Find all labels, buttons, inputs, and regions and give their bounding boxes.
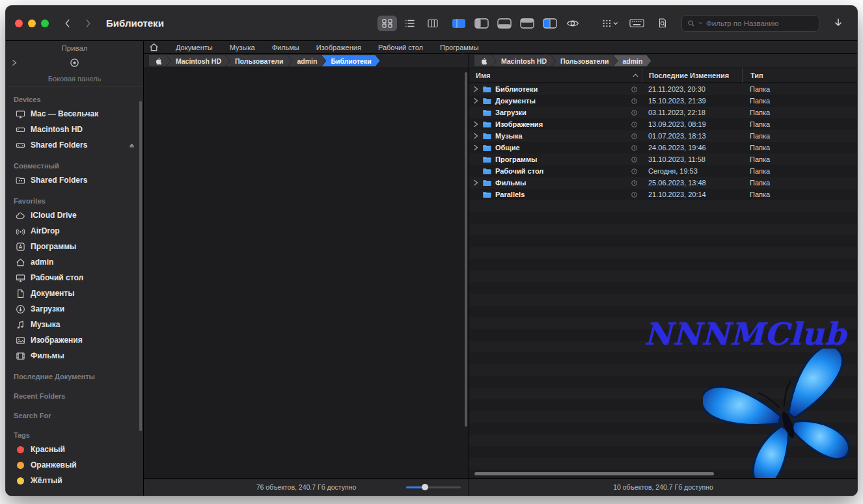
back-button[interactable] bbox=[59, 16, 75, 31]
breadcrumb-item[interactable]: Пользователи bbox=[551, 55, 617, 66]
icon-size-slider[interactable] bbox=[406, 483, 461, 492]
sidebar-item[interactable]: Программы bbox=[6, 239, 143, 254]
sidebar-section-header: Devices bbox=[6, 93, 143, 106]
sidebar-item-label: iCloud Drive bbox=[31, 211, 77, 220]
column-header-name-label: Имя bbox=[476, 72, 490, 79]
apple-crumb[interactable] bbox=[474, 55, 496, 66]
sidebar-item[interactable]: Оранжевый bbox=[6, 457, 143, 473]
folder-icon bbox=[482, 97, 492, 105]
column-header-name[interactable]: Имя bbox=[469, 68, 642, 83]
actions-menu-icon[interactable] bbox=[599, 16, 620, 31]
sidebar-item[interactable]: Shared Folders bbox=[6, 172, 143, 188]
downloads-icon bbox=[15, 304, 26, 314]
forward-button[interactable] bbox=[80, 16, 96, 31]
sidebar-item[interactable]: Жёлтый bbox=[6, 473, 143, 488]
disclosure-chevron-icon[interactable] bbox=[473, 121, 480, 127]
sidebar-section: Search For bbox=[6, 409, 143, 422]
pictures-icon bbox=[15, 336, 26, 345]
file-list[interactable]: Библиотеки21.11.2023, 20:30ПапкаДокумент… bbox=[469, 83, 857, 478]
keyboard-icon[interactable] bbox=[627, 16, 646, 31]
breadcrumb-item[interactable]: Macintosh HD bbox=[492, 55, 555, 66]
column-header-type[interactable]: Тип bbox=[742, 68, 857, 83]
tab-item[interactable]: Документы bbox=[176, 44, 213, 51]
list-view-icon[interactable] bbox=[400, 16, 420, 31]
sidebar-item[interactable]: admin bbox=[6, 254, 143, 270]
close-button[interactable] bbox=[15, 20, 23, 27]
eye-preview-icon[interactable] bbox=[563, 16, 582, 31]
zoom-button[interactable] bbox=[41, 20, 49, 27]
file-row[interactable]: Общие24.06.2023, 19:46Папка bbox=[469, 142, 857, 153]
sidebar-item-label: admin bbox=[31, 258, 53, 267]
breadcrumb-item[interactable]: admin bbox=[288, 55, 325, 66]
table-header: Имя Последние Изменения Тип bbox=[469, 68, 857, 83]
right-pane-hscrollbar[interactable] bbox=[474, 472, 714, 475]
sidebar-item[interactable]: Mac — Весельчак bbox=[6, 106, 143, 122]
tab-item[interactable]: Программы bbox=[440, 44, 478, 51]
sidebar-item-label: Shared Folders bbox=[31, 176, 87, 185]
disclosure-chevron-icon[interactable] bbox=[473, 98, 480, 104]
disclosure-chevron-icon[interactable] bbox=[473, 179, 480, 186]
download-arrow-button[interactable] bbox=[829, 16, 848, 31]
sidebar-item[interactable]: Музыка bbox=[6, 317, 143, 332]
eject-icon[interactable] bbox=[128, 142, 135, 149]
sidebar-item[interactable]: Macintosh HD bbox=[6, 122, 143, 137]
minimize-button[interactable] bbox=[28, 20, 36, 27]
file-row[interactable]: Музыка01.07.2023, 18:13Папка bbox=[469, 130, 857, 142]
sidebar-item[interactable]: AirDrop bbox=[6, 223, 143, 239]
file-row[interactable]: Документы15.10.2023, 21:39Папка bbox=[469, 95, 857, 107]
tab-item[interactable]: Рабочий стол bbox=[378, 44, 423, 51]
sidebar-item[interactable]: iCloud Drive bbox=[6, 207, 143, 223]
file-name: Фильмы bbox=[495, 179, 526, 187]
breadcrumb-item[interactable]: Пользователи bbox=[226, 55, 292, 66]
sidebar-item[interactable]: Красный bbox=[6, 442, 143, 457]
tab-item[interactable]: Фильмы bbox=[272, 44, 299, 51]
chevron-down-icon[interactable] bbox=[698, 21, 703, 25]
left-pane-file-area[interactable] bbox=[144, 68, 469, 478]
record-target-icon[interactable] bbox=[70, 58, 79, 68]
file-search-icon[interactable] bbox=[653, 16, 672, 31]
disclosure-chevron-icon[interactable] bbox=[473, 133, 480, 139]
tab-item[interactable]: Изображения bbox=[316, 44, 361, 51]
apple-crumb[interactable] bbox=[149, 55, 171, 66]
sidebar-item-label: Документы bbox=[31, 289, 74, 298]
folder-icon bbox=[482, 85, 492, 94]
pane-bottom-icon[interactable] bbox=[495, 16, 514, 31]
sidebar-item[interactable]: Фильмы bbox=[6, 348, 143, 364]
sidebar-expand-chevron-icon[interactable] bbox=[12, 59, 17, 66]
file-row[interactable]: Программы31.10.2023, 11:58Папка bbox=[469, 153, 857, 165]
file-row[interactable]: Фильмы25.06.2023, 13:48Папка bbox=[469, 177, 857, 189]
home-tab-icon[interactable] bbox=[149, 42, 159, 52]
file-row[interactable]: Parallels21.10.2023, 20:14Папка bbox=[469, 189, 857, 200]
file-row[interactable]: Рабочий столСегодня, 19:53Папка bbox=[469, 165, 857, 177]
file-row[interactable]: Загрузки03.11.2023, 22:18Папка bbox=[469, 107, 857, 118]
file-row[interactable]: Библиотеки21.11.2023, 20:30Папка bbox=[469, 83, 857, 95]
sidebar-item[interactable]: Shared Folders bbox=[6, 137, 143, 153]
split-view-icon[interactable] bbox=[540, 16, 560, 31]
columns-view-icon[interactable] bbox=[423, 16, 443, 31]
single-pane-icon[interactable] bbox=[449, 16, 469, 31]
file-name: Загрузки bbox=[495, 109, 527, 116]
breadcrumb-item[interactable]: Macintosh HD bbox=[167, 55, 230, 66]
slider-knob[interactable] bbox=[422, 484, 428, 490]
grid-view-icon[interactable] bbox=[377, 16, 397, 31]
column-header-modified[interactable]: Последние Изменения bbox=[642, 68, 742, 83]
sidebar-item[interactable]: Рабочий стол bbox=[6, 270, 143, 285]
file-row[interactable]: Изображения13.09.2023, 08:19Папка bbox=[469, 118, 857, 130]
sidebar-section-header: Tags bbox=[6, 429, 143, 442]
pane-left-sidebar-icon[interactable] bbox=[472, 16, 491, 31]
name-cell: Документы bbox=[469, 95, 642, 107]
sidebar-item[interactable]: Изображения bbox=[6, 332, 143, 348]
sort-ascending-icon[interactable] bbox=[633, 73, 638, 77]
tab-item[interactable]: Музыка bbox=[230, 44, 255, 51]
breadcrumb-item[interactable]: admin bbox=[613, 55, 651, 66]
pane-top-icon[interactable] bbox=[517, 16, 537, 31]
sidebar-item[interactable]: Загрузки bbox=[6, 301, 143, 317]
disclosure-chevron-icon[interactable] bbox=[473, 86, 480, 92]
sidebar-item[interactable]: Документы bbox=[6, 285, 143, 301]
watermark-text: NNNMClub bbox=[644, 316, 847, 352]
breadcrumb-item[interactable]: Библиотеки bbox=[322, 55, 379, 66]
left-pane-scrollbar[interactable] bbox=[465, 72, 467, 427]
filter-search-field[interactable]: Фильтр по Названию bbox=[681, 15, 819, 32]
sidebar-scrollbar[interactable] bbox=[139, 101, 142, 431]
disclosure-chevron-icon[interactable] bbox=[473, 144, 480, 151]
